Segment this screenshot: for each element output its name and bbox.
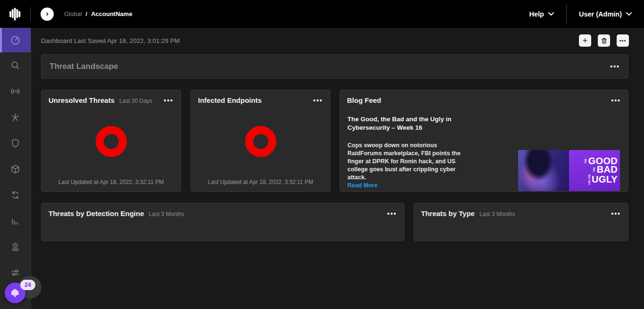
bar-chart-icon [10, 216, 21, 226]
card-header: Infected Endpoints ••• [191, 90, 330, 104]
card-title: Infected Endpoints [198, 96, 262, 104]
article-excerpt: Cops swoop down on notorious RaidForums … [347, 142, 466, 182]
help-label: Help [529, 10, 544, 18]
infected-endpoints-donut-chart[interactable] [245, 126, 276, 157]
dashboard-more-button[interactable]: ••• [617, 34, 629, 47]
sidebar: 24 [0, 28, 31, 309]
user-menu[interactable]: User (Admin) [579, 10, 632, 18]
sidebar-item-reports[interactable] [0, 208, 31, 234]
chevron-down-icon [626, 12, 632, 16]
sentinelone-logo-icon [10, 288, 20, 298]
last-updated-text: Last Updated at Apr 18, 2022, 3:32:11 PM [191, 179, 330, 192]
card-more-button[interactable]: ••• [611, 97, 621, 104]
card-blog-feed: Blog Feed ••• The Good, the Bad and the … [339, 90, 628, 192]
sentinelone-logo [0, 6, 30, 22]
donut-chart-zone [41, 104, 181, 179]
asterisk-icon [10, 112, 21, 123]
fab-wrap: 24 [5, 283, 25, 303]
sidebar-item-activity[interactable] [0, 182, 31, 208]
card-title: Unresolved Threats [49, 96, 115, 104]
search-icon [10, 60, 21, 71]
user-label: User (Admin) [579, 10, 622, 18]
breadcrumb-separator: / [86, 10, 88, 17]
card-title: Threats by Type [421, 209, 475, 217]
sidebar-item-packages[interactable] [0, 156, 31, 182]
dashboard-last-saved: Dashboard Last Saved Apr 18, 2022, 3:01:… [41, 37, 180, 44]
last-updated-text: Last Updated at Apr 18, 2022, 3:32:11 PM [41, 179, 181, 192]
sidebar-item-tasks[interactable] [0, 234, 31, 260]
card-subtitle: Last 30 Days [119, 98, 152, 104]
blog-article-image[interactable]: THE GOOD THE BAD AND THE UGLY [518, 150, 620, 191]
card-header: Threats by Detection Engine Last 3 Month… [41, 203, 404, 217]
sidebar-item-dashboard[interactable] [0, 28, 31, 52]
package-box-icon [10, 164, 21, 175]
card-infected-endpoints: Infected Endpoints ••• Last Updated at A… [190, 90, 330, 192]
breadcrumb: Global / AccountName [64, 10, 132, 17]
donut-chart-zone [191, 104, 330, 179]
sidebar-item-sentinels[interactable] [0, 78, 31, 104]
notification-count-badge: 24 [20, 280, 35, 290]
sidebar-item-search[interactable] [0, 52, 31, 78]
card-subtitle: Last 3 Months [149, 211, 184, 217]
card-threats-by-type: Threats by Type Last 3 Months ••• [413, 203, 628, 242]
card-unresolved-threats: Unresolved Threats Last 30 Days ••• Last… [41, 90, 181, 192]
unresolved-threats-donut-chart[interactable] [96, 126, 127, 157]
main-content: Dashboard Last Saved Apr 18, 2022, 3:01:… [31, 28, 644, 309]
topbar-divider [30, 7, 31, 21]
section-more-button[interactable]: ••• [610, 63, 620, 70]
blog-image-word: BAD [597, 165, 618, 174]
plus-icon: + [583, 36, 588, 45]
delete-dashboard-button[interactable] [598, 34, 610, 47]
card-more-button[interactable]: ••• [164, 97, 173, 104]
topbar-divider [566, 5, 567, 24]
blog-article: The Good, the Bad and the Ugly in Cybers… [340, 104, 628, 192]
card-title: Threats by Detection Engine [49, 209, 144, 217]
card-subtitle: Last 3 Months [479, 211, 515, 217]
card-threats-by-detection-engine: Threats by Detection Engine Last 3 Month… [41, 203, 405, 242]
sentinelone-logo-icon [7, 6, 23, 22]
breadcrumb-account-name[interactable]: AccountName [91, 10, 132, 17]
sidebar-item-incidents[interactable] [0, 104, 31, 130]
top-bar: › Global / AccountName Help User (Admin) [0, 0, 644, 28]
chevron-right-icon: › [46, 9, 49, 17]
shield-icon [10, 138, 21, 149]
card-header: Unresolved Threats Last 30 Days ••• [41, 90, 181, 104]
card-more-button[interactable]: ••• [313, 97, 323, 104]
dashboard-actions: + ••• [579, 34, 629, 47]
read-more-link[interactable]: Read More [347, 182, 378, 189]
help-menu[interactable]: Help [529, 10, 554, 18]
add-widget-button[interactable]: + [579, 34, 591, 47]
chevron-down-icon [548, 12, 554, 16]
card-header: Threats by Type Last 3 Months ••• [414, 203, 628, 217]
sync-icon [10, 190, 21, 200]
sidebar-item-policy[interactable] [0, 130, 31, 156]
blog-image-small-word: AND THE [589, 174, 591, 185]
ellipsis-icon: ••• [619, 38, 627, 43]
article-title: The Good, the Bad and the Ugly in Cybers… [347, 115, 461, 132]
card-more-button[interactable]: ••• [611, 210, 621, 217]
blog-image-word: UGLY [592, 175, 618, 184]
blog-image-small-word: THE [585, 159, 587, 163]
gauge-icon [10, 35, 21, 46]
blog-image-figure [518, 150, 569, 191]
blog-image-small-word: THE [594, 167, 596, 172]
section-title: Threat Landscape [50, 62, 118, 71]
clock-lines-icon [10, 242, 21, 252]
trash-icon [601, 37, 608, 44]
section-threat-landscape: Threat Landscape ••• [41, 54, 628, 79]
blog-image-title-panel: THE GOOD THE BAD AND THE UGLY [569, 150, 620, 191]
breadcrumb-global[interactable]: Global [64, 10, 82, 17]
dashboard-header: Dashboard Last Saved Apr 18, 2022, 3:01:… [41, 34, 629, 47]
broadcast-icon [10, 86, 21, 97]
card-header: Blog Feed ••• [340, 90, 628, 104]
sliders-icon [10, 267, 21, 278]
card-more-button[interactable]: ••• [387, 210, 397, 217]
sidebar-expand-button[interactable]: › [41, 8, 54, 21]
card-title: Blog Feed [347, 96, 381, 104]
